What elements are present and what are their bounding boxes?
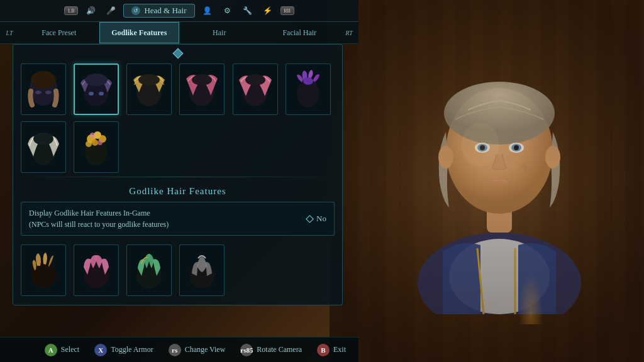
tab-hair[interactable]: Hair — [179, 22, 260, 43]
tools-icon[interactable]: 🔧 — [240, 4, 255, 17]
mic-icon[interactable]: 🎤 — [103, 4, 118, 17]
diamond-indicator — [172, 48, 183, 59]
svg-point-4 — [444, 82, 555, 145]
hair-item-5[interactable] — [233, 63, 278, 115]
settings-icon[interactable]: ⚙ — [220, 4, 235, 17]
character-portrait-area — [330, 0, 644, 362]
rotate-camera-action[interactable]: rs85 Rotate Camera — [240, 344, 302, 356]
hair-item-1[interactable] — [21, 63, 66, 115]
hair-item-10[interactable] — [74, 244, 119, 296]
head-hair-label: Head & Hair — [144, 6, 186, 16]
top-bar-icons: LB 🔊 🎤 ↺ Head & Hair 👤 ⚙ 🔧 ⚡ RB — [64, 4, 294, 18]
svg-point-13 — [438, 146, 453, 168]
svg-point-31 — [303, 77, 313, 85]
svg-point-27 — [192, 74, 212, 85]
feature-section-title: Godlike Hair Features — [13, 182, 342, 202]
svg-point-41 — [97, 140, 103, 145]
a-button[interactable]: A — [45, 344, 57, 356]
change-view-label: Change View — [185, 345, 226, 354]
hair-items-grid-row1 — [13, 61, 342, 121]
b-button[interactable]: B — [317, 344, 330, 356]
svg-point-15 — [462, 123, 499, 167]
svg-point-12 — [524, 169, 528, 173]
svg-point-38 — [92, 140, 98, 146]
head-hair-icon: ↺ — [131, 6, 140, 15]
svg-point-17 — [31, 71, 56, 89]
hair-item-7[interactable] — [21, 121, 66, 173]
hair-item-4[interactable] — [179, 63, 225, 115]
rt-button[interactable]: RT — [340, 22, 358, 43]
hair-item-9[interactable] — [21, 244, 66, 296]
exit-action[interactable]: B Exit — [317, 344, 346, 356]
svg-point-19 — [45, 90, 52, 94]
tab-godlike-features[interactable]: Godlike Features — [99, 22, 180, 43]
top-navigation-bar: LB 🔊 🎤 ↺ Head & Hair 👤 ⚙ 🔧 ⚡ RB — [0, 0, 358, 22]
bottom-action-bar: A Select X Toggle Armor rs Change View r… — [0, 337, 358, 362]
select-action[interactable]: A Select — [45, 344, 79, 356]
hair-item-11[interactable] — [126, 244, 172, 296]
hair-item-3[interactable] — [126, 63, 172, 115]
svg-point-29 — [245, 74, 265, 85]
svg-point-10 — [514, 145, 519, 150]
character-portrait — [380, 13, 619, 314]
svg-point-22 — [99, 92, 104, 96]
selection-panel: Godlike Hair Features Display Godlike Ha… — [13, 44, 343, 305]
toggle-label: Display Godlike Hair Features In-Game (N… — [29, 207, 169, 230]
display-toggle-row[interactable]: Display Godlike Hair Features In-Game (N… — [21, 202, 335, 236]
svg-point-25 — [138, 74, 160, 85]
change-view-action[interactable]: rs Change View — [169, 344, 226, 356]
svg-point-18 — [35, 90, 42, 94]
hair-items-grid-bottom — [13, 242, 342, 299]
hair-item-8[interactable] — [74, 121, 119, 173]
select-label: Select — [61, 345, 79, 354]
rs-button[interactable]: rs — [169, 344, 181, 356]
rotate-camera-label: Rotate Camera — [257, 345, 302, 354]
ui-panel: LB 🔊 🎤 ↺ Head & Hair 👤 ⚙ 🔧 ⚡ RB LT Face … — [0, 0, 358, 362]
hair-item-2[interactable] — [74, 63, 119, 115]
tab-facial-hair[interactable]: Facial Hair — [260, 22, 340, 43]
tab-navigation: LT Face Preset Godlike Features Hair Fac… — [0, 22, 358, 44]
lt-button[interactable]: LT — [0, 22, 19, 43]
panel-indicator — [13, 45, 342, 61]
svg-point-33 — [33, 133, 53, 145]
toggle-armor-action[interactable]: X Toggle Armor — [94, 344, 153, 356]
svg-point-23 — [85, 74, 108, 86]
tab-face-preset[interactable]: Face Preset — [19, 22, 99, 43]
section-divider — [21, 177, 335, 177]
svg-point-21 — [89, 92, 94, 96]
toggle-armor-label: Toggle Armor — [111, 345, 153, 354]
hair-item-12[interactable] — [179, 244, 225, 296]
hair-items-grid-row2 — [13, 121, 342, 177]
hair-item-6[interactable] — [286, 63, 331, 115]
x-button[interactable]: X — [94, 344, 107, 356]
svg-point-39 — [86, 141, 92, 147]
svg-point-11 — [522, 164, 527, 169]
rb-button[interactable]: RB — [280, 6, 294, 15]
exit-label: Exit — [333, 345, 346, 354]
volume-icon[interactable]: 🔊 — [83, 4, 98, 17]
lb-button[interactable]: LB — [64, 6, 78, 15]
rs85-button[interactable]: rs85 — [240, 344, 253, 356]
svg-point-14 — [545, 146, 560, 168]
toggle-value[interactable]: No — [307, 214, 326, 224]
lightning-icon[interactable]: ⚡ — [260, 4, 275, 17]
svg-point-40 — [90, 133, 95, 138]
head-hair-tab[interactable]: ↺ Head & Hair — [123, 4, 194, 18]
candlelight-effect — [518, 274, 543, 324]
diamond-small-icon — [306, 215, 314, 223]
portrait-icon[interactable]: 👤 — [200, 4, 215, 17]
